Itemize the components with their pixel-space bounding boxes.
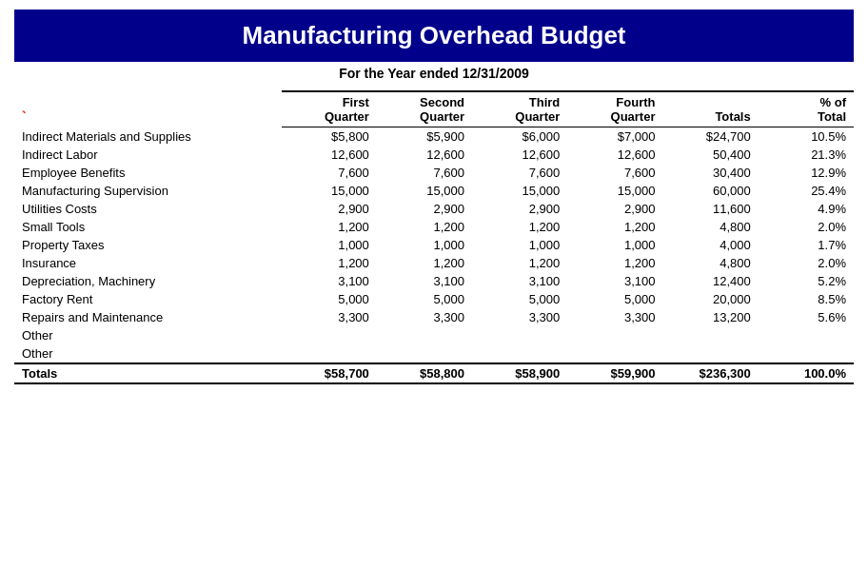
table-row: Factory Rent5,0005,0005,0005,00020,0008.…	[14, 290, 854, 308]
main-title: Manufacturing Overhead Budget	[14, 10, 854, 62]
tick-mark-cell: `	[14, 91, 282, 127]
totals-row: Totals$58,700$58,800$58,900$59,900$236,3…	[14, 363, 854, 383]
page-container: Manufacturing Overhead Budget For the Ye…	[0, 0, 868, 403]
col-header-q2: SecondQuarter	[377, 91, 472, 127]
table-row: Small Tools1,2001,2001,2001,2004,8002.0%	[14, 218, 854, 236]
col-header-q4: FourthQuarter	[567, 91, 662, 127]
table-row: Property Taxes1,0001,0001,0001,0004,0001…	[14, 236, 854, 254]
col-header-totals: Totals	[663, 91, 759, 127]
table-row: Employee Benefits7,6007,6007,6007,60030,…	[14, 164, 854, 182]
table-row: Manufacturing Supervision15,00015,00015,…	[14, 182, 854, 200]
table-row: Depreciation, Machinery3,1003,1003,1003,…	[14, 272, 854, 290]
tick-mark-icon: `	[22, 109, 27, 125]
subtitle: For the Year ended 12/31/2009	[14, 66, 854, 81]
table-row: Indirect Labor12,60012,60012,60012,60050…	[14, 146, 854, 164]
table-row: Utilities Costs2,9002,9002,9002,90011,60…	[14, 200, 854, 218]
table-row: Insurance1,2001,2001,2001,2004,8002.0%	[14, 254, 854, 272]
table-row: Indirect Materials and Supplies$5,800$5,…	[14, 127, 854, 147]
col-header-q3: ThirdQuarter	[472, 91, 567, 127]
col-header-pct: % ofTotal	[759, 91, 854, 127]
table-row: Other	[14, 344, 854, 363]
budget-table: ` FirstQuarter SecondQuarter ThirdQuarte…	[14, 90, 854, 384]
col-header-q1: FirstQuarter	[282, 91, 377, 127]
table-row: Repairs and Maintenance3,3003,3003,3003,…	[14, 308, 854, 326]
table-row: Other	[14, 326, 854, 344]
